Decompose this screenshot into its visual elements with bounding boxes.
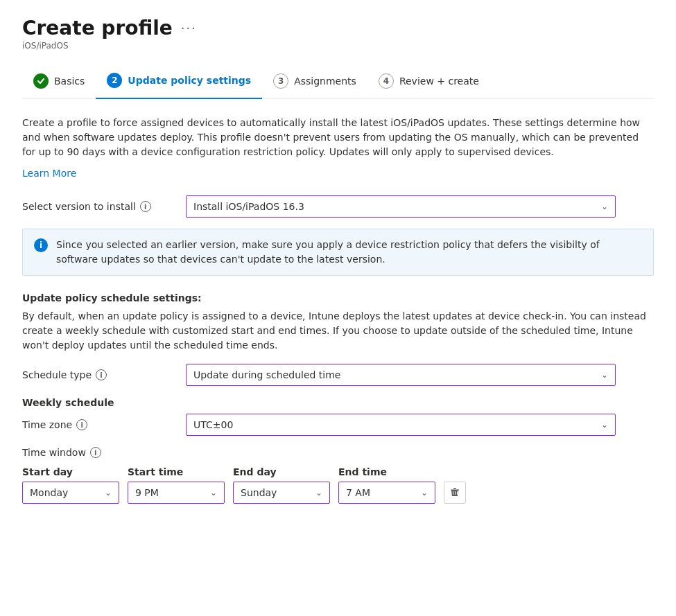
info-banner-icon: i bbox=[34, 238, 48, 252]
version-dropdown-arrow: ⌄ bbox=[601, 202, 608, 211]
weekly-schedule-label: Weekly schedule bbox=[22, 397, 654, 408]
page-header: Create profile ··· iOS/iPadOS bbox=[22, 17, 654, 51]
page-title-ellipsis[interactable]: ··· bbox=[181, 21, 197, 35]
step-update-policy-circle: 2 bbox=[107, 73, 122, 88]
info-banner-text: Since you selected an earlier version, m… bbox=[56, 238, 642, 267]
time-window-info-icon[interactable]: i bbox=[90, 447, 101, 458]
schedule-section-heading: Update policy schedule settings: bbox=[22, 292, 654, 303]
schedule-type-info-icon[interactable]: i bbox=[96, 369, 107, 380]
step-basics-circle bbox=[33, 73, 49, 89]
end-time-col: End time 7 AM ⌄ bbox=[338, 466, 435, 504]
start-day-dropdown[interactable]: Monday ⌄ bbox=[22, 482, 119, 504]
schedule-type-dropdown-arrow: ⌄ bbox=[601, 370, 608, 380]
step-basics-label: Basics bbox=[54, 76, 85, 87]
timezone-label: Time zone i bbox=[22, 419, 175, 430]
schedule-type-row: Schedule type i Update during scheduled … bbox=[22, 364, 654, 386]
form-section: Select version to install i Install iOS/… bbox=[22, 195, 654, 504]
version-dropdown[interactable]: Install iOS/iPadOS 16.3 ⌄ bbox=[186, 195, 616, 218]
step-update-policy[interactable]: 2 Update policy settings bbox=[96, 64, 262, 99]
start-time-dropdown[interactable]: 9 PM ⌄ bbox=[128, 482, 225, 504]
page-title: Create profile bbox=[22, 17, 173, 39]
delete-col bbox=[444, 482, 466, 504]
end-day-dropdown[interactable]: Sunday ⌄ bbox=[233, 482, 330, 504]
schedule-section-description: By default, when an update policy is ass… bbox=[22, 309, 654, 353]
start-time-value: 9 PM bbox=[135, 487, 159, 498]
step-update-policy-label: Update policy settings bbox=[128, 75, 251, 86]
start-day-value: Monday bbox=[30, 487, 68, 498]
description-text: Create a profile to force assigned devic… bbox=[22, 116, 654, 159]
delete-schedule-button[interactable] bbox=[444, 482, 466, 504]
step-assignments-circle: 3 bbox=[273, 73, 288, 89]
version-label: Select version to install i bbox=[22, 201, 175, 212]
schedule-grid: Start day Monday ⌄ Start time 9 PM ⌄ End… bbox=[22, 466, 654, 504]
end-time-dropdown[interactable]: 7 AM ⌄ bbox=[338, 482, 435, 504]
learn-more-link[interactable]: Learn More bbox=[22, 168, 76, 179]
end-day-value: Sunday bbox=[241, 487, 277, 498]
version-row: Select version to install i Install iOS/… bbox=[22, 195, 654, 218]
timezone-row: Time zone i UTC±00 ⌄ bbox=[22, 414, 654, 436]
step-review-label: Review + create bbox=[399, 76, 479, 87]
schedule-type-label: Schedule type i bbox=[22, 369, 175, 380]
time-window-label: Time window i bbox=[22, 447, 654, 458]
wizard-steps: Basics 2 Update policy settings 3 Assign… bbox=[22, 64, 654, 99]
end-day-arrow: ⌄ bbox=[315, 488, 322, 498]
end-time-header: End time bbox=[338, 466, 435, 477]
start-time-header: Start time bbox=[128, 466, 225, 477]
end-day-col: End day Sunday ⌄ bbox=[233, 466, 330, 504]
end-time-value: 7 AM bbox=[346, 487, 370, 498]
step-review-circle: 4 bbox=[379, 73, 394, 89]
version-info-icon[interactable]: i bbox=[140, 201, 151, 212]
start-time-col: Start time 9 PM ⌄ bbox=[128, 466, 225, 504]
step-assignments[interactable]: 3 Assignments bbox=[262, 65, 367, 98]
start-day-arrow: ⌄ bbox=[105, 488, 112, 498]
step-review[interactable]: 4 Review + create bbox=[367, 65, 490, 98]
start-day-header: Start day bbox=[22, 466, 119, 477]
schedule-type-dropdown[interactable]: Update during scheduled time ⌄ bbox=[186, 364, 616, 386]
step-assignments-label: Assignments bbox=[294, 76, 356, 87]
end-time-arrow: ⌄ bbox=[421, 488, 428, 498]
start-time-arrow: ⌄ bbox=[210, 488, 217, 498]
timezone-dropdown[interactable]: UTC±00 ⌄ bbox=[186, 414, 616, 436]
start-day-col: Start day Monday ⌄ bbox=[22, 466, 119, 504]
page-subtitle: iOS/iPadOS bbox=[22, 41, 654, 51]
timezone-dropdown-arrow: ⌄ bbox=[601, 420, 608, 430]
step-basics[interactable]: Basics bbox=[22, 65, 96, 98]
end-day-header: End day bbox=[233, 466, 330, 477]
timezone-info-icon[interactable]: i bbox=[76, 419, 87, 430]
info-banner: i Since you selected an earlier version,… bbox=[22, 229, 654, 276]
